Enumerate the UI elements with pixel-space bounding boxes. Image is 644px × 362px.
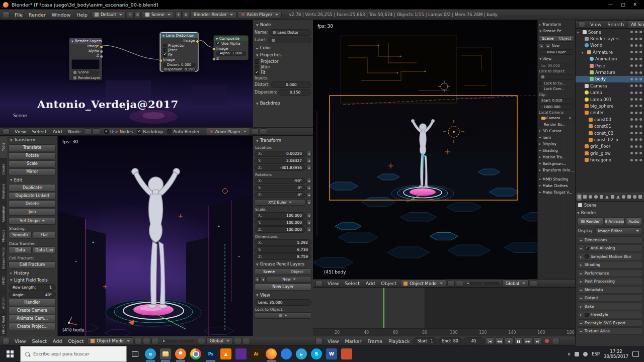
dispersion-slider[interactable]: Dispersion: 0.150 bbox=[163, 67, 196, 72]
keyframe-button[interactable] bbox=[306, 165, 311, 171]
menu-view[interactable]: View bbox=[12, 338, 29, 344]
make-clothes-section-header[interactable]: Make Clothes bbox=[539, 183, 574, 189]
outliner-row[interactable]: center bbox=[576, 110, 644, 116]
smooth-button[interactable]: Smooth bbox=[9, 232, 32, 239]
notification-center-icon[interactable] bbox=[632, 351, 639, 357]
scene-selector[interactable]: Scene bbox=[142, 11, 174, 19]
add-scene-button[interactable]: + bbox=[175, 11, 182, 19]
gp-new-button[interactable]: New bbox=[267, 276, 311, 283]
history-panel-header[interactable]: History bbox=[9, 269, 56, 277]
jitter-checkbox[interactable] bbox=[255, 65, 259, 69]
visibility-toggles[interactable] bbox=[630, 92, 633, 94]
current-frame-field[interactable]: 45 bbox=[463, 337, 485, 344]
node-name-field[interactable]: Lens Distor bbox=[269, 29, 311, 36]
outliner-row[interactable]: Lamp.001 bbox=[576, 96, 644, 103]
outliner-editor-icon[interactable] bbox=[578, 21, 585, 28]
render-opengl-icon[interactable] bbox=[243, 338, 250, 344]
fit-checkbox[interactable] bbox=[255, 70, 259, 75]
metadata-section[interactable]: Metadata bbox=[577, 286, 642, 294]
gp-scene-toggle[interactable]: Scene bbox=[539, 36, 556, 41]
duplicate-button[interactable]: Duplicate bbox=[9, 184, 56, 192]
lock-camera-checkbox[interactable] bbox=[539, 87, 542, 91]
tab-grease-pencil[interactable]: Grease Pencil bbox=[0, 247, 7, 269]
keyframe-button[interactable] bbox=[306, 219, 311, 225]
freestyle-checkbox[interactable] bbox=[585, 313, 589, 317]
tray-expand-icon[interactable] bbox=[568, 351, 571, 356]
draw-icon[interactable] bbox=[255, 277, 260, 283]
taskbar-app-photoshop[interactable]: Ps bbox=[205, 348, 216, 359]
visibility-toggles[interactable] bbox=[630, 138, 633, 141]
keyframe-button[interactable] bbox=[306, 192, 311, 198]
dimension-x-field[interactable]: X:5.292 bbox=[255, 239, 311, 246]
make-target-section-header[interactable]: Make Target V... bbox=[539, 189, 574, 196]
visibility-toggles[interactable] bbox=[630, 51, 633, 53]
dimension-z-field[interactable]: Z:8.759 bbox=[255, 253, 311, 260]
snap-magnet-icon[interactable] bbox=[234, 338, 242, 344]
dispersion-field[interactable]: 0.150 bbox=[279, 89, 311, 96]
rotation-mode-dropdown[interactable]: XYZ Euler bbox=[255, 199, 305, 206]
join-button[interactable]: Join bbox=[9, 208, 56, 216]
gp-new-button[interactable]: New bbox=[552, 44, 559, 48]
menu-file[interactable]: File bbox=[12, 12, 25, 18]
timeline[interactable]: 20 40 60 80 100 120 140 160 180 bbox=[313, 288, 575, 336]
rotation-y-field[interactable]: Y:0° bbox=[255, 185, 305, 192]
lock-icon[interactable] bbox=[198, 338, 205, 344]
transform-orientation-dropdown[interactable]: Global bbox=[502, 280, 529, 287]
menu-add[interactable]: Add bbox=[50, 129, 64, 134]
outliner-row[interactable]: Armature bbox=[576, 49, 644, 55]
jitter-checkbox[interactable] bbox=[163, 48, 167, 52]
data-layout-button[interactable]: Data Lay bbox=[33, 246, 56, 254]
auto-render-checkbox[interactable] bbox=[167, 129, 172, 134]
camera-viewport[interactable]: fps: 30 (45) body Transform Grease Pe Sc… bbox=[313, 20, 575, 279]
grease-pencil-section-header[interactable]: Grease Pe bbox=[539, 28, 574, 34]
gp-object-toggle[interactable]: Object bbox=[556, 36, 574, 41]
clip-end-field[interactable]: : 1000.000 bbox=[539, 104, 574, 110]
outliner-row[interactable]: grid_floor bbox=[576, 143, 644, 150]
row-length-field[interactable]: Row Length:1 bbox=[9, 284, 56, 291]
angle-field[interactable]: Angle:40° bbox=[9, 292, 56, 298]
translate-button[interactable]: Translate bbox=[9, 144, 56, 152]
keyframe-button[interactable] bbox=[306, 178, 311, 184]
taskbar-app-telegram[interactable] bbox=[296, 348, 307, 359]
jump-to-start-button[interactable]: |◀ bbox=[486, 337, 494, 344]
composite-node[interactable]: Composite Use Alpha Image Alpha: 1.000 Z bbox=[213, 35, 249, 60]
performance-section[interactable]: Performance bbox=[577, 269, 642, 277]
tray-network-icon[interactable] bbox=[575, 352, 579, 356]
menu-node[interactable]: Node bbox=[65, 129, 83, 134]
scene-field[interactable]: Scene bbox=[71, 70, 100, 75]
menu-view[interactable]: View bbox=[12, 129, 29, 134]
mode-dropdown[interactable]: Object Mode bbox=[400, 280, 446, 287]
tab-particles-icon[interactable] bbox=[632, 194, 637, 201]
rotation-x-field[interactable]: X:-90° bbox=[255, 178, 305, 185]
lock-to-cursor-checkbox[interactable] bbox=[539, 81, 542, 85]
expander-icon[interactable] bbox=[577, 30, 581, 35]
viewport-3d-scene[interactable] bbox=[58, 136, 253, 336]
properties-section-header[interactable]: Properties bbox=[255, 51, 311, 58]
distort-slider[interactable]: Distort: 0.000 bbox=[163, 63, 196, 67]
render-audio-button[interactable]: Audio bbox=[626, 217, 642, 225]
tab-material-icon[interactable] bbox=[621, 194, 626, 201]
outliner-row[interactable]: Scene bbox=[576, 29, 644, 35]
minimize-button[interactable] bbox=[608, 2, 613, 7]
menu-object[interactable]: Object bbox=[65, 338, 86, 344]
timeline-ruler[interactable]: 20 40 60 80 100 120 140 160 180 bbox=[313, 328, 575, 336]
record-button[interactable] bbox=[545, 339, 549, 343]
freestyle-svg-section[interactable]: Freestyle SVG Export bbox=[577, 319, 642, 327]
pause-button[interactable]: ▮▮ bbox=[514, 337, 523, 344]
create-camera-button[interactable]: Create Camera bbox=[9, 307, 56, 314]
shading-section-header[interactable]: Shading bbox=[539, 147, 574, 154]
scale-z-field[interactable]: Z:100.000 bbox=[255, 226, 305, 233]
transform-panel-header[interactable]: Transform bbox=[9, 136, 56, 143]
render-border-checkbox[interactable] bbox=[539, 123, 542, 126]
outliner-row[interactable]: World bbox=[576, 42, 644, 49]
menu-add[interactable]: Add bbox=[50, 338, 64, 344]
tab-tools[interactable]: Tools bbox=[0, 136, 7, 158]
taskbar-app-skype[interactable]: S bbox=[311, 348, 322, 359]
remove-layout-button[interactable]: ✕ bbox=[134, 11, 141, 19]
visibility-toggles[interactable] bbox=[630, 145, 633, 148]
handler-button[interactable]: Handler bbox=[9, 299, 56, 306]
visibility-toggles[interactable] bbox=[630, 58, 633, 60]
menu-frame[interactable]: Frame bbox=[365, 338, 385, 344]
visibility-toggles[interactable] bbox=[630, 84, 633, 87]
data-button[interactable]: Data bbox=[9, 246, 32, 254]
